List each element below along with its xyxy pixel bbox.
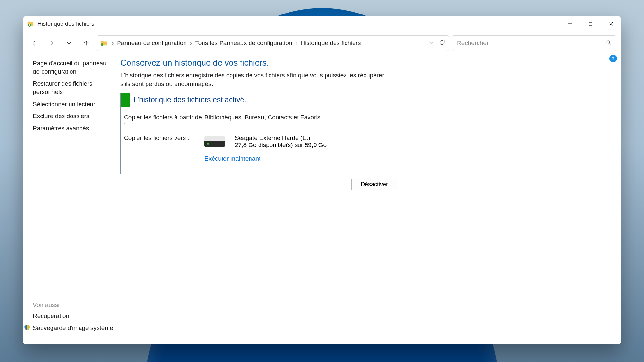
- page-title: Conservez un historique de vos fichiers.: [120, 58, 609, 68]
- up-button[interactable]: [79, 36, 93, 50]
- chevron-right-icon: ›: [295, 40, 297, 47]
- content: Page d'accueil du panneau de configurati…: [23, 55, 621, 344]
- action-row: Désactiver: [120, 179, 397, 190]
- shield-icon: [24, 324, 30, 331]
- svg-point-2: [101, 43, 103, 46]
- search-placeholder: Rechercher: [457, 40, 488, 47]
- window-controls: [560, 16, 621, 32]
- history-dropdown[interactable]: [62, 36, 76, 50]
- nav-row: › Panneau de configuration › Tous les Pa…: [23, 32, 621, 55]
- drive-space: 27,8 Go disponible(s) sur 59,9 Go: [235, 142, 327, 149]
- help-icon[interactable]: ?: [609, 55, 617, 62]
- window: Historique des fichiers › Panneau de con…: [23, 16, 621, 344]
- copy-from-value: Bibliothèques, Bureau, Contacts et Favor…: [204, 114, 320, 128]
- minimize-button[interactable]: [560, 16, 580, 32]
- refresh-icon[interactable]: [439, 39, 445, 47]
- status-card: L'historique des fichiers est activé. Co…: [120, 93, 397, 174]
- crumb-all-items[interactable]: Tous les Panneaux de configuration: [195, 40, 292, 47]
- hard-drive-icon: [204, 136, 225, 147]
- address-dropdown-icon[interactable]: [429, 40, 434, 47]
- svg-point-3: [607, 41, 610, 43]
- copy-to-label: Copier les fichiers vers :: [124, 135, 204, 149]
- back-button[interactable]: [27, 36, 41, 50]
- sidebar-link-home[interactable]: Page d'accueil du panneau de configurati…: [33, 59, 113, 76]
- sidebar-link-advanced[interactable]: Paramètres avancés: [33, 124, 113, 133]
- status-flag-icon: [121, 93, 130, 107]
- address-bar[interactable]: › Panneau de configuration › Tous les Pa…: [97, 35, 449, 51]
- sidebar-link-drive[interactable]: Sélectionner un lecteur: [33, 100, 113, 108]
- sidebar: Page d'accueil du panneau de configurati…: [23, 55, 119, 344]
- page-description: L'historique des fichiers enregistre des…: [120, 71, 384, 88]
- crumb-control-panel[interactable]: Panneau de configuration: [117, 40, 187, 47]
- see-also-heading: Voir aussi: [33, 302, 113, 309]
- maximize-button[interactable]: [580, 16, 601, 32]
- status-header: L'historique des fichiers est activé.: [121, 93, 397, 107]
- svg-rect-1: [589, 22, 592, 25]
- close-button[interactable]: [601, 16, 621, 32]
- search-input[interactable]: Rechercher: [452, 35, 616, 51]
- status-text: L'historique des fichiers est activé.: [130, 96, 246, 104]
- window-title: Historique des fichiers: [37, 21, 94, 27]
- sidebar-link-exclude[interactable]: Exclure des dossiers: [33, 112, 113, 120]
- crumb-file-history[interactable]: Historique des fichiers: [301, 40, 361, 47]
- see-also-image-backup[interactable]: Sauvegarde d'image système: [33, 324, 113, 332]
- file-history-icon: [27, 20, 34, 27]
- copy-from-label: Copier les fichiers à partir de :: [124, 114, 204, 128]
- main: ? Conservez un historique de vos fichier…: [119, 55, 621, 344]
- see-also-recovery[interactable]: Récupération: [33, 312, 113, 320]
- chevron-right-icon: ›: [112, 40, 114, 47]
- search-icon: [606, 40, 611, 47]
- titlebar: Historique des fichiers: [23, 16, 621, 32]
- drive-name: Seagate Externe Harde (E:): [235, 135, 327, 142]
- destination-drive: Seagate Externe Harde (E:) 27,8 Go dispo…: [204, 135, 327, 149]
- forward-button[interactable]: [44, 36, 59, 50]
- chevron-right-icon: ›: [190, 40, 192, 47]
- run-now-link[interactable]: Exécuter maintenant: [204, 155, 260, 162]
- sidebar-link-restore[interactable]: Restaurer des fichiers personnels: [33, 79, 113, 96]
- folder-icon: [100, 40, 107, 47]
- deactivate-button[interactable]: Désactiver: [351, 179, 397, 190]
- see-also-image-backup-label: Sauvegarde d'image système: [33, 324, 113, 331]
